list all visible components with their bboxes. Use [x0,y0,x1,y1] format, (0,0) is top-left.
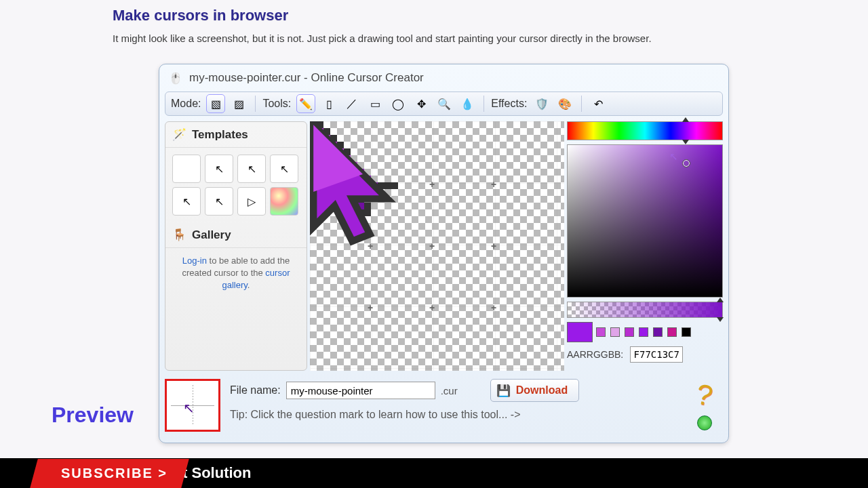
subscribe-button[interactable]: SUBSCRIBE > [30,459,189,488]
chair-icon: 🪑 [172,228,186,242]
filename-column: File name: .cur 💾 Download Tip: Click th… [230,379,677,421]
cursor-indicator-icon: ↖ [669,150,678,163]
hue-slider[interactable] [567,121,723,140]
current-color[interactable] [567,322,593,342]
hex-row: AARRGGBB: [567,346,723,363]
login-link[interactable]: Log-in [182,256,207,266]
swatch[interactable] [653,327,663,337]
template-arrow-1[interactable]: ↖ [205,155,233,183]
mini-cursor-icon: ↖ [183,400,195,416]
ellipse-icon: ◯ [392,98,404,110]
app-window: 🖱️ my-mouse-pointer.cur - Online Cursor … [159,64,729,443]
undo-icon: ↶ [594,98,603,110]
mode-label: Mode: [171,98,201,110]
footer: ↖ File name: .cur 💾 Download Tip: Click … [165,373,723,428]
swatch[interactable] [625,327,634,337]
hue-handle-top[interactable] [682,117,689,122]
zoom-tool-button[interactable]: 🔍 [435,94,454,113]
palette-icon: 🎨 [558,98,572,110]
eraser-icon: ▯ [326,98,332,110]
hue-handle-bottom[interactable] [682,140,689,144]
eraser-tool-button[interactable]: ▯ [319,94,338,113]
move-icon: ✥ [417,98,426,110]
swatch[interactable] [682,327,691,337]
shield-icon: 🛡️ [535,98,549,110]
swatch-row [567,322,723,342]
template-arrow-3[interactable]: ↖ [270,155,298,183]
gallery-text-2: . [248,280,250,290]
titlebar: 🖱️ my-mouse-pointer.cur - Online Cursor … [159,64,728,92]
template-blank[interactable] [172,155,201,183]
magnifier-icon: 🔍 [437,98,451,110]
wand-icon: 🪄 [172,127,186,142]
square-red-icon: ▨ [234,98,244,110]
template-arrow-5[interactable]: ↖ [205,187,233,216]
eyedropper-tool-button[interactable]: 💧 [458,94,477,113]
tools-label: Tools: [262,98,291,110]
ellipse-tool-button[interactable]: ◯ [389,94,408,113]
preview-label: Preview [52,403,134,428]
subscribe-label: SUBSCRIBE > [61,466,167,481]
swatch[interactable] [610,327,620,337]
help-icon[interactable]: ? [694,378,715,412]
drawing-canvas[interactable]: + + + + + + + + + [310,121,564,371]
toolbar: Mode: ▧ ▨ Tools: ✏️ ▯ ／ ▭ ◯ ✥ 🔍 💧 Effect… [165,92,723,116]
effect-palette-button[interactable]: 🎨 [555,94,574,113]
toolbar-separator [255,96,256,112]
page-subtext: It might look like a screenshot, but it … [113,33,652,44]
rect-tool-button[interactable]: ▭ [366,94,384,113]
template-arrow-4[interactable]: ↖ [172,187,201,216]
rect-icon: ▭ [370,98,380,110]
solution-text: t Solution [182,464,251,482]
alpha-handle-bottom[interactable] [717,317,724,322]
filename-row: File name: .cur 💾 Download [230,379,677,402]
eyedropper-icon: 💧 [460,98,474,110]
feedback-icon[interactable] [697,415,712,430]
line-tool-button[interactable]: ／ [342,94,361,113]
gallery-body: Log-in to be able to add the created cur… [165,248,307,299]
line-icon: ／ [347,97,357,111]
effect-shield-button[interactable]: 🛡️ [532,94,551,113]
swatch[interactable] [667,327,677,337]
cursor-shape-wrap [310,121,416,269]
filename-input[interactable] [286,382,435,399]
color-picker: ↖ AARRGGBB: [567,121,723,371]
sidebar: 🪄 Templates ↖ ↖ ↖ ↖ ↖ ▷ 🪑 Gallery Log-in… [165,121,307,371]
cursor-shape [310,121,416,262]
swatch[interactable] [596,327,606,337]
toolbar-separator [484,96,484,112]
saturation-box[interactable]: ↖ [567,144,723,298]
effects-label: Effects: [491,98,527,110]
move-tool-button[interactable]: ✥ [412,94,431,113]
toolbar-separator [581,96,582,112]
gallery-header: 🪑 Gallery [165,222,307,248]
help-column: ? [686,379,723,430]
template-color[interactable] [270,187,298,216]
cursor-icon: 🖱️ [169,72,182,85]
mode-replace-button[interactable]: ▧ [206,94,225,113]
pencil-tool-button[interactable]: ✏️ [296,94,315,113]
bottom-banner: SUBSCRIBE > t Solution [0,458,868,488]
undo-button[interactable]: ↶ [589,94,608,113]
template-arrow-6[interactable]: ▷ [237,187,266,216]
pencil-icon: ✏️ [299,98,313,110]
alpha-slider[interactable] [567,302,723,318]
alpha-handle-top[interactable] [717,298,724,302]
window-title: my-mouse-pointer.cur - Online Cursor Cre… [189,71,424,85]
square-pink-icon: ▧ [211,98,221,110]
saturation-handle[interactable] [683,160,690,167]
download-label: Download [516,384,568,396]
file-extension: .cur [441,385,458,396]
hex-input[interactable] [630,346,683,363]
download-button[interactable]: 💾 Download [490,379,579,402]
gallery-header-label: Gallery [192,228,231,242]
preview-box: ↖ [165,379,220,432]
mode-overlay-button[interactable]: ▨ [229,94,248,113]
templates-header: 🪄 Templates [165,122,307,148]
page-heading: Make cursors in browser [113,7,288,24]
save-icon: 💾 [496,384,511,398]
templates-grid: ↖ ↖ ↖ ↖ ↖ ▷ [165,148,307,222]
template-arrow-2[interactable]: ↖ [237,155,266,183]
swatch[interactable] [639,327,648,337]
swatch-list [596,327,691,337]
